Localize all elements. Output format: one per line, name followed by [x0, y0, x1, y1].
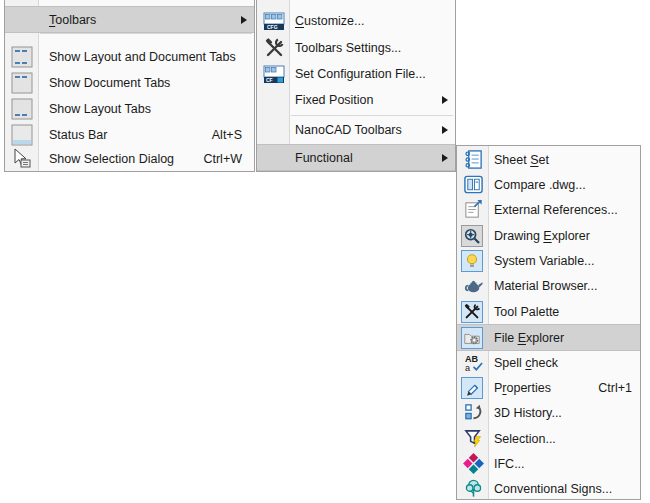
menu-item-selection[interactable]: Selection...	[457, 426, 640, 451]
menu-item-sheet-set[interactable]: Sheet Set	[457, 147, 640, 172]
menu-item-label: External References...	[494, 203, 618, 217]
menu-item-label: Fixed Position	[295, 93, 374, 107]
menu-item-label: System Variable...	[494, 254, 595, 268]
menu-item-functional[interactable]: Functional	[257, 144, 455, 171]
properties-icon	[461, 377, 483, 399]
menu-item-file-explorer[interactable]: File Explorer	[457, 324, 640, 351]
menu-item-material-browser[interactable]: Material Browser...	[457, 273, 640, 298]
spell-check-icon: AB a	[461, 351, 485, 375]
menu-item-label: Material Browser...	[494, 279, 598, 293]
3d-history-icon	[461, 401, 485, 425]
menu-item-label: NanoCAD Toolbars	[295, 123, 402, 137]
submenu-arrow-icon	[442, 126, 448, 134]
menu-item-ifc[interactable]: IFC...	[457, 451, 640, 476]
tabs-layout-icon	[10, 97, 34, 121]
menu-item-tool-palette[interactable]: Tool Palette	[457, 299, 640, 324]
menu-item-fixed-position[interactable]: Fixed Position	[257, 87, 455, 113]
menu-item-show-selection-dialog[interactable]: Show Selection Dialog Ctrl+W	[5, 146, 254, 171]
menu-item-label: Toolbars Settings...	[295, 41, 401, 55]
ifc-icon	[461, 452, 485, 476]
tabs-layout-document-icon	[10, 45, 34, 69]
menu-item-drawing-explorer[interactable]: Drawing Explorer	[457, 223, 640, 248]
menu-item-spell-check[interactable]: AB a Spell check	[457, 350, 640, 375]
submenu-arrow-icon	[442, 154, 448, 162]
compare-dwg-icon	[461, 173, 485, 197]
menu-item-label: Sheet Set	[494, 153, 549, 167]
menu-item-label: Drawing Explorer	[494, 229, 590, 243]
menu-item-label: Conventional Signs...	[494, 482, 612, 496]
menu-item-label: Tool Palette	[494, 305, 559, 319]
menu-item-label: File Explorer	[494, 331, 564, 345]
menu-item-label: Show Document Tabs	[49, 76, 170, 90]
menu-item-show-document-tabs[interactable]: Show Document Tabs	[5, 70, 254, 96]
svg-text:a: a	[464, 363, 470, 373]
menu-item-shortcut: Alt+S	[212, 128, 242, 142]
svg-text:AB: AB	[464, 354, 478, 364]
material-browser-icon	[461, 274, 485, 298]
menu-item-label: Show Layout Tabs	[49, 102, 151, 116]
menu-item-status-bar[interactable]: Status Bar Alt+S	[5, 122, 254, 148]
menu-separator	[291, 115, 453, 116]
menu-item-label: Set Configuration File...	[295, 67, 426, 81]
menu-item-external-references[interactable]: External References...	[457, 197, 640, 222]
menu-item-label: Properties	[494, 381, 551, 395]
menu-item-nanocad-toolbars[interactable]: NanoCAD Toolbars	[257, 117, 455, 143]
status-bar-icon	[10, 123, 34, 147]
menu-item-shortcut: Ctrl+1	[598, 381, 632, 395]
svg-text:CFG: CFG	[267, 24, 278, 30]
menu-item-label: Show Selection Dialog	[49, 152, 174, 166]
menu-item-properties[interactable]: Properties Ctrl+1	[457, 375, 640, 400]
menu-item-label: Customize...	[295, 14, 364, 28]
menu-item-shortcut: Ctrl+W	[203, 152, 242, 166]
menu-item-label: 3D History...	[494, 406, 562, 420]
system-variable-icon	[461, 250, 483, 272]
menu-item-conventional-signs[interactable]: Conventional Signs...	[457, 476, 640, 501]
selection-filter-icon	[461, 427, 485, 451]
menu-item-toolbars-settings[interactable]: Toolbars Settings...	[257, 35, 455, 61]
menu-item-system-variable[interactable]: System Variable...	[457, 248, 640, 273]
toolbars-submenu: CFG Customize... Toolbars Settings...	[256, 0, 456, 172]
menu-item-show-layout-tabs[interactable]: Show Layout Tabs	[5, 96, 254, 122]
menu-item-label: Toolbars	[49, 13, 96, 27]
menu-item-label: Status Bar	[49, 128, 107, 142]
submenu-arrow-icon	[442, 96, 448, 104]
menu-item-label: IFC...	[494, 457, 525, 471]
toolbars-settings-icon	[262, 36, 286, 60]
conventional-signs-icon	[461, 477, 485, 501]
selection-dialog-icon	[10, 147, 34, 171]
customize-icon: CFG	[262, 9, 286, 33]
menu-item-customize[interactable]: CFG Customize...	[257, 8, 455, 34]
menu-item-3d-history[interactable]: 3D History...	[457, 400, 640, 425]
menu-item-label: Spell check	[494, 356, 558, 370]
menu-item-label: Compare .dwg...	[494, 178, 586, 192]
functional-submenu: Sheet Set Compare .dwg... External Refer	[456, 145, 641, 500]
set-configuration-file-icon: CF	[262, 62, 286, 86]
external-references-icon	[461, 198, 485, 222]
file-explorer-icon	[461, 327, 483, 349]
menu-item-compare-dwg[interactable]: Compare .dwg...	[457, 172, 640, 197]
menu-item-label: Selection...	[494, 432, 556, 446]
view-options-menu: Toolbars Show Layout and Document Tabs S…	[4, 0, 255, 172]
sheet-set-icon	[461, 148, 485, 172]
menu-item-label: Show Layout and Document Tabs	[49, 50, 236, 64]
menu-item-show-layout-and-document-tabs[interactable]: Show Layout and Document Tabs	[5, 44, 254, 70]
drawing-explorer-icon	[461, 225, 483, 247]
menu-item-label: Functional	[295, 151, 353, 165]
svg-text:CF: CF	[266, 77, 273, 83]
menu-item-toolbars[interactable]: Toolbars	[5, 6, 254, 33]
menu-item-set-configuration-file[interactable]: CF Set Configuration File...	[257, 61, 455, 87]
submenu-arrow-icon	[241, 16, 247, 24]
menu-separator	[40, 33, 252, 34]
tabs-document-icon	[10, 71, 34, 95]
tool-palette-icon	[461, 301, 483, 323]
